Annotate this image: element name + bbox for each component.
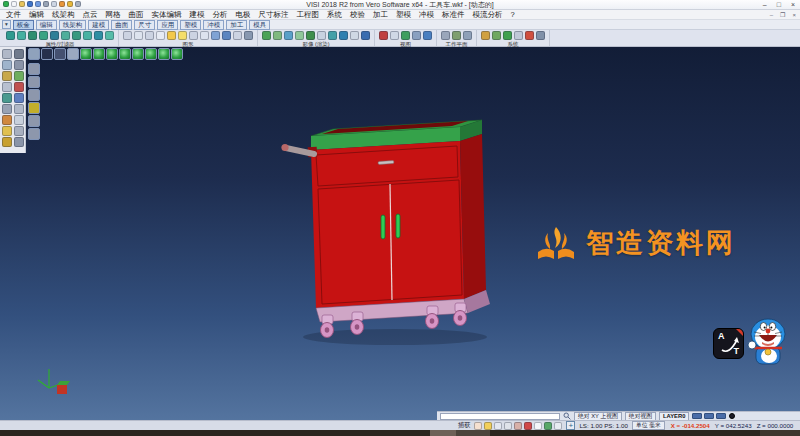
graphics-icon-2[interactable] (134, 31, 143, 40)
menu-13[interactable]: 系统 (323, 10, 346, 20)
graphics-icon-12[interactable] (244, 31, 253, 40)
render-icon-4[interactable] (295, 31, 304, 40)
workplane-icon-1[interactable] (441, 31, 450, 40)
left-tool-icon-12[interactable] (14, 104, 24, 114)
menu-4[interactable]: 点云 (79, 10, 102, 20)
workplane-icon-2[interactable] (452, 31, 461, 40)
view-orient-icon-7[interactable] (106, 48, 118, 60)
render-icon-1[interactable] (262, 31, 271, 40)
view-orient-icon-3[interactable] (54, 48, 66, 60)
3d-viewport[interactable]: 智造资料网 A T (0, 47, 800, 420)
attr-filter-icon-10[interactable] (105, 31, 114, 40)
view-group-icon-5[interactable] (423, 31, 432, 40)
menu-1[interactable]: 文件 (2, 10, 25, 20)
left-tool-icon-11[interactable] (2, 104, 12, 114)
view-orient-icon-11[interactable] (158, 48, 170, 60)
snap-icon-4[interactable] (504, 422, 512, 430)
left-tool-icon-1[interactable] (2, 49, 12, 59)
snap-icon-6[interactable] (524, 422, 532, 430)
view-group-icon-4[interactable] (412, 31, 421, 40)
system-icon-6[interactable] (536, 31, 545, 40)
tab-11[interactable]: 模具 (249, 20, 270, 30)
left-tool-icon-16[interactable] (14, 126, 24, 136)
graphics-icon-11[interactable] (233, 31, 242, 40)
left-tool-icon-18[interactable] (14, 137, 24, 147)
system-icon-2[interactable] (492, 31, 501, 40)
graphics-icon-6[interactable] (178, 31, 187, 40)
render-icon-6[interactable] (317, 31, 326, 40)
tab-3[interactable]: 线架构 (59, 20, 87, 30)
tab-2[interactable]: 编辑 (36, 20, 57, 30)
layer-swatch-icon-2[interactable] (704, 413, 714, 419)
view-orient-icon-5[interactable] (80, 48, 92, 60)
left-tool-icon-4[interactable] (14, 60, 24, 70)
view-orient-icon-12[interactable] (171, 48, 183, 60)
menu-18[interactable]: 标准件 (438, 10, 469, 20)
system-icon-1[interactable] (481, 31, 490, 40)
render-icon-8[interactable] (339, 31, 348, 40)
left-tool-icon-17[interactable] (2, 137, 12, 147)
graphics-icon-3[interactable] (145, 31, 154, 40)
snap-icon-3[interactable] (494, 422, 502, 430)
tab-5[interactable]: 曲面 (111, 20, 132, 30)
menu-17[interactable]: 冲模 (415, 10, 438, 20)
view-orient-icon-2[interactable] (41, 48, 53, 60)
snap-icon-1[interactable] (474, 422, 482, 430)
menu-9[interactable]: 分析 (209, 10, 232, 20)
snap-icon-7[interactable] (534, 422, 542, 430)
view-group-icon-3[interactable] (401, 31, 410, 40)
render-icon-5[interactable] (306, 31, 315, 40)
doc-strip-icon-1[interactable] (28, 63, 40, 75)
attr-filter-icon-3[interactable] (28, 31, 37, 40)
workplane-icon-3[interactable] (463, 31, 472, 40)
view-group-icon-2[interactable] (390, 31, 399, 40)
menu-12[interactable]: 工程图 (293, 10, 324, 20)
menu-19[interactable]: 模流分析 (469, 10, 507, 20)
grid-icon[interactable]: + (566, 421, 575, 430)
layer-swatch-icon-3[interactable] (716, 413, 726, 419)
render-icon-9[interactable] (350, 31, 359, 40)
child-close-icon[interactable]: × (792, 10, 796, 20)
doc-strip-icon-4[interactable] (28, 102, 40, 114)
view-orient-icon-4[interactable] (67, 48, 79, 60)
render-icon-7[interactable] (328, 31, 337, 40)
menu-8[interactable]: 建模 (186, 10, 209, 20)
minimize-icon[interactable]: – (763, 0, 767, 10)
attr-filter-icon-6[interactable] (61, 31, 70, 40)
system-icon-5[interactable] (525, 31, 534, 40)
view-orient-icon-10[interactable] (145, 48, 157, 60)
render-icon-2[interactable] (273, 31, 282, 40)
menu-3[interactable]: 线架构 (48, 10, 79, 20)
snap-icon-5[interactable] (514, 422, 522, 430)
tab-4[interactable]: 建模 (88, 20, 109, 30)
left-tool-icon-7[interactable] (2, 82, 12, 92)
graphics-icon-5[interactable] (167, 31, 176, 40)
graphics-icon-10[interactable] (222, 31, 231, 40)
left-tool-icon-2[interactable] (14, 49, 24, 59)
attr-filter-icon-8[interactable] (83, 31, 92, 40)
view-orient-icon-9[interactable] (132, 48, 144, 60)
tab-1[interactable]: 板金 (13, 20, 34, 30)
attr-filter-icon-1[interactable] (6, 31, 15, 40)
layer-swatch-icon-1[interactable] (692, 413, 702, 419)
tab-overflow-button[interactable]: ▾ (2, 20, 11, 29)
menu-10[interactable]: 电极 (232, 10, 255, 20)
view-group-icon-1[interactable] (379, 31, 388, 40)
tab-7[interactable]: 应用 (157, 20, 178, 30)
system-icon-3[interactable] (503, 31, 512, 40)
left-tool-icon-5[interactable] (2, 71, 12, 81)
menu-20[interactable]: ? (507, 10, 519, 20)
doc-strip-icon-5[interactable] (28, 115, 40, 127)
units-label[interactable]: 单位 毫米 (632, 421, 665, 430)
menu-11[interactable]: 尺寸标注 (255, 10, 293, 20)
menu-7[interactable]: 实体编辑 (148, 10, 186, 20)
snap-icon-9[interactable] (554, 422, 562, 430)
attr-filter-icon-9[interactable] (94, 31, 103, 40)
tab-9[interactable]: 冲模 (203, 20, 224, 30)
left-tool-icon-9[interactable] (2, 93, 12, 103)
snap-icon-8[interactable] (544, 422, 552, 430)
doc-strip-icon-3[interactable] (28, 89, 40, 101)
attr-filter-icon-5[interactable] (50, 31, 59, 40)
doc-strip-icon-2[interactable] (28, 76, 40, 88)
menu-2[interactable]: 编辑 (25, 10, 48, 20)
